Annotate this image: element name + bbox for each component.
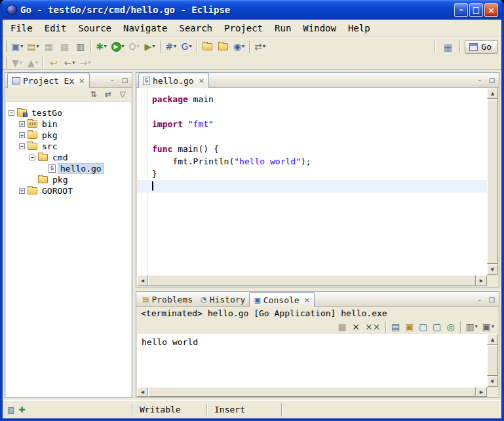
go-build-button[interactable]: G▾: [179, 39, 195, 54]
back-button[interactable]: ←▾: [62, 56, 77, 69]
collapse-expander-icon[interactable]: −: [9, 110, 14, 116]
toolbar-grip[interactable]: [5, 57, 7, 69]
open-folder-button[interactable]: [200, 39, 216, 54]
menu-help[interactable]: Help: [342, 20, 376, 36]
go-perspective-icon: [469, 43, 478, 51]
tree-item-cmd[interactable]: −cmd: [6, 152, 131, 163]
minimize-button[interactable]: –: [454, 3, 468, 17]
statusbar-divider: [281, 403, 282, 416]
menu-run[interactable]: Run: [269, 20, 297, 36]
link-with-editor-button[interactable]: ⇄: [102, 89, 114, 100]
maximize-view-button[interactable]: □: [487, 75, 497, 84]
scroll-down-button[interactable]: ▼: [487, 376, 498, 387]
collapse-expander-icon[interactable]: −: [29, 155, 35, 160]
maximize-button[interactable]: □: [469, 3, 483, 17]
view-menu-button[interactable]: ▽: [117, 89, 128, 100]
scroll-up-button[interactable]: ▲: [487, 88, 498, 99]
minimize-view-button[interactable]: –: [107, 75, 117, 84]
console-vertical-scrollbar[interactable]: ▲ ▼: [487, 334, 498, 387]
pin-console-button[interactable]: ◎: [444, 320, 457, 333]
run-button[interactable]: ▶▾: [109, 39, 126, 54]
tree-item-pkg[interactable]: pkg: [6, 174, 131, 185]
tree-item-testgo[interactable]: −testGo: [6, 107, 131, 119]
perspective-go-button[interactable]: Go: [465, 40, 498, 54]
clear-console-button[interactable]: ▤: [389, 320, 402, 333]
toolbar-grip[interactable]: [5, 41, 7, 52]
tree-item-label: pkg: [50, 175, 69, 185]
dropdown-arrow-icon: ▾: [242, 44, 244, 49]
close-button[interactable]: ×: [484, 3, 498, 17]
scroll-down-button[interactable]: ▼: [487, 264, 498, 275]
external-tools-button[interactable]: ▶▾: [142, 39, 158, 54]
display-selected-console-button[interactable]: ▥▾: [464, 320, 480, 333]
show-on-stderr-button[interactable]: ▢: [431, 320, 444, 333]
expand-expander-icon[interactable]: +: [19, 188, 25, 194]
scroll-up-button[interactable]: ▲: [487, 334, 498, 345]
trim-go-button[interactable]: ✚: [18, 406, 25, 414]
editor-vertical-scrollbar[interactable]: ▲ ▼: [487, 88, 498, 275]
maximize-view-button[interactable]: □: [120, 75, 130, 84]
dropdown-arrow-icon: ▾: [189, 44, 191, 49]
close-icon[interactable]: ×: [304, 296, 310, 304]
scrollbar-thumb[interactable]: [148, 387, 476, 397]
code-area[interactable]: package mainimport "fmt"func main() { fm…: [137, 88, 487, 275]
view-controls: – □: [475, 75, 497, 84]
new-go-element-button[interactable]: ▤▾: [25, 39, 41, 54]
new-go-app-button[interactable]: #▾: [163, 39, 179, 54]
tab-project-explorer[interactable]: Project Ex ×: [7, 73, 90, 88]
menu-source[interactable]: Source: [72, 20, 117, 36]
debug-button[interactable]: ✱▾: [94, 39, 109, 54]
menu-file[interactable]: File: [5, 20, 39, 36]
menu-window[interactable]: Window: [297, 20, 342, 36]
tree-item-bin[interactable]: +bin: [6, 119, 131, 130]
search-button[interactable]: ◉▾: [231, 39, 247, 54]
show-on-stdout-button[interactable]: ▢: [417, 320, 430, 333]
scrollbar-thumb[interactable]: [487, 345, 498, 376]
scroll-lock-button[interactable]: ▣: [403, 320, 416, 333]
close-icon[interactable]: ×: [79, 77, 85, 85]
fast-view-button[interactable]: ▧: [7, 406, 14, 414]
console-output[interactable]: hello world: [137, 334, 487, 387]
minimize-view-button[interactable]: –: [475, 295, 484, 304]
dropdown-arrow-icon: ▾: [492, 324, 494, 329]
tab-hello-go[interactable]: hello.go ×: [138, 73, 209, 88]
scroll-right-button[interactable]: ▶: [476, 275, 487, 286]
close-icon[interactable]: ×: [199, 77, 204, 85]
remove-all-launches-button[interactable]: ××: [363, 320, 382, 333]
menu-edit[interactable]: Edit: [39, 20, 73, 36]
open-perspective-button[interactable]: ▦: [440, 39, 456, 55]
scrollbar-thumb[interactable]: [487, 99, 498, 264]
tab-history[interactable]: ◔History: [197, 293, 249, 306]
scroll-left-button[interactable]: ◀: [137, 387, 148, 397]
last-edit-location-button[interactable]: ↩: [46, 56, 62, 69]
tree-item-label: bin: [40, 119, 59, 129]
tree-item-src[interactable]: −src: [6, 141, 131, 152]
print-button[interactable]: ▥: [73, 39, 88, 54]
open-console-button[interactable]: ▣▾: [480, 320, 496, 333]
menu-project[interactable]: Project: [218, 20, 269, 36]
expand-expander-icon[interactable]: +: [19, 121, 25, 127]
remove-launch-button[interactable]: ×: [349, 320, 362, 333]
history-icon: ◔: [201, 296, 207, 303]
tree-item-goroot[interactable]: +GOROOT: [6, 185, 131, 196]
team-sync-button[interactable]: ⇄▾: [252, 39, 268, 54]
maximize-view-button[interactable]: □: [487, 295, 497, 304]
console-horizontal-scrollbar[interactable]: ◀ ▶: [137, 387, 487, 397]
editor-horizontal-scrollbar[interactable]: ◀ ▶: [137, 275, 487, 286]
open-resource-button[interactable]: [216, 39, 231, 54]
new-wizard-button[interactable]: ▣▾: [9, 39, 25, 54]
tab-problems[interactable]: ▤Problems: [138, 293, 197, 306]
scrollbar-thumb[interactable]: [148, 275, 476, 286]
menu-navigate[interactable]: Navigate: [117, 20, 173, 36]
scroll-right-button[interactable]: ▶: [476, 387, 487, 397]
tree-item-hello-go[interactable]: hello.go: [6, 163, 131, 174]
menu-search[interactable]: Search: [173, 20, 218, 36]
search-icon: ◉: [233, 42, 241, 51]
expand-expander-icon[interactable]: +: [19, 132, 25, 138]
tree-item-pkg[interactable]: +pkg: [6, 130, 131, 141]
collapse-all-button[interactable]: ⇅: [88, 89, 100, 100]
scroll-left-button[interactable]: ◀: [137, 275, 148, 286]
collapse-expander-icon[interactable]: −: [19, 143, 25, 149]
minimize-view-button[interactable]: –: [475, 75, 484, 84]
tab-console[interactable]: ▣Console×: [249, 292, 314, 307]
